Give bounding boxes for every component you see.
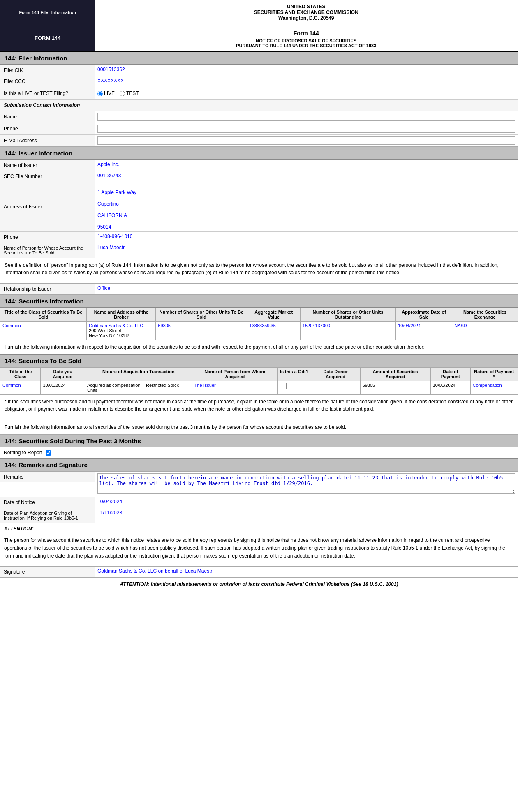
sold-col-date-pay: Date of Payment — [430, 368, 470, 381]
address-line2[interactable]: Cupertino — [97, 201, 119, 207]
sold-row-nature: Acquired as compensation -- Restricted S… — [85, 381, 192, 395]
filing-type-value: LIVE TEST — [95, 87, 518, 99]
filer-cik-link[interactable]: 0001513362 — [97, 67, 125, 72]
col-aggregate-header: Aggregate Market Value — [247, 308, 300, 322]
sold-class-link[interactable]: Common — [2, 383, 21, 388]
col-exchange-header: Name the Securities Exchange — [452, 308, 518, 322]
issuer-section: Name of Issuer Apple Inc. SEC File Numbe… — [0, 160, 518, 258]
remarks-value: The sales of shares set forth herein are… — [95, 472, 518, 497]
phone-label: Phone — [0, 123, 95, 134]
row-outstanding: 15204137000 — [300, 322, 395, 340]
relationship-label: Relationship to Issuer — [0, 284, 95, 294]
remarks-section: Remarks The sales of shares set forth he… — [0, 471, 518, 523]
form144-main-label: FORM 144 — [5, 35, 91, 41]
date-notice-label: Date of Notice — [0, 497, 95, 508]
sec-file-link[interactable]: 001-36743 — [97, 173, 121, 178]
live-radio[interactable] — [97, 91, 103, 96]
signature-section: Signature Goldman Sachs & Co. LLC on beh… — [0, 566, 518, 578]
email-label: E-Mail Address — [0, 135, 95, 146]
phone-row: Phone — [0, 123, 518, 135]
securities-sold-table: Title of the Class Date you Acquired Nat… — [0, 367, 518, 395]
sold-row-person: The Issuer — [192, 381, 278, 395]
sold-col-amount: Amount of Securities Acquired — [360, 368, 430, 381]
row-aggregate-link[interactable]: 13383359.35 — [250, 323, 276, 328]
row-title-link[interactable]: Common — [2, 323, 21, 328]
form-title-cell: Form 144 NOTICE OF PROPOSED SALE OF SECU… — [95, 24, 518, 52]
issuer-name-value: Apple Inc. — [95, 160, 518, 171]
remarks-section-header: 144: Remarks and Signature — [0, 458, 518, 471]
date-notice-link[interactable]: 10/04/2024 — [97, 499, 122, 504]
signature-link[interactable]: Goldman Sachs & Co. LLC on behalf of Luc… — [97, 568, 213, 574]
row-date-sale-link[interactable]: 10/04/2024 — [398, 323, 421, 328]
filing-type-row: Is this a LIVE or TEST Filing? LIVE TEST — [0, 87, 518, 100]
date-notice-value: 10/04/2024 — [95, 497, 518, 508]
date-plan-value: 11/11/2023 — [95, 508, 518, 523]
filer-cik-label: Filer CIK — [0, 65, 95, 76]
gift-checkbox[interactable] — [280, 383, 287, 389]
nothing-report-checkbox[interactable] — [46, 450, 51, 456]
sold-row-date-pay: 10/01/2024 — [430, 381, 470, 395]
issuer-name-label: Name of Issuer — [0, 160, 95, 171]
issuer-phone-row: Phone 1-408-996-1010 — [0, 232, 518, 243]
email-input[interactable] — [97, 136, 515, 145]
issuer-phone-link[interactable]: 1-408-996-1010 — [97, 234, 132, 239]
live-radio-label[interactable]: LIVE — [97, 90, 115, 96]
sec-file-row: SEC File Number 001-36743 — [0, 171, 518, 182]
live-test-radio-group: LIVE TEST — [97, 89, 515, 98]
sold-col-date-acq: Date you Acquired — [41, 368, 85, 381]
sold-row-nature-pay: Compensation — [470, 381, 518, 395]
relationship-section: Relationship to Issuer Officer — [0, 283, 518, 295]
date-plan-link[interactable]: 11/11/2023 — [97, 510, 122, 516]
test-radio-label[interactable]: TEST — [120, 90, 139, 96]
person-value: Luca Maestri — [95, 243, 518, 258]
nothing-report-row: Nothing to Report — [0, 447, 518, 458]
agency-line1: UNITED STATES — [98, 4, 515, 9]
address-line1[interactable]: 1 Apple Park Way — [97, 190, 136, 195]
person-link[interactable]: Luca Maestri — [97, 245, 126, 250]
filer-ccc-value: XXXXXXXX — [95, 76, 518, 87]
sold-col-donor-date: Date Donor Acquired — [311, 368, 360, 381]
test-radio[interactable] — [120, 91, 125, 96]
row-exchange: NASD — [452, 322, 518, 340]
remarks-textarea[interactable]: The sales of shares set forth herein are… — [97, 473, 515, 494]
address-line4[interactable]: 95014 — [97, 224, 111, 230]
filer-cik-row: Filer CIK 0001513362 — [0, 65, 518, 76]
name-input[interactable] — [97, 113, 515, 121]
sold-person-link[interactable]: The Issuer — [194, 383, 216, 388]
issuer-para-text: See the definition of "person" in paragr… — [0, 258, 518, 280]
row-broker-addr1: 200 West Street — [89, 328, 121, 333]
row-date-sale: 10/04/2024 — [396, 322, 452, 340]
row-shares: 59305 — [156, 322, 247, 340]
issuer-name-row: Name of Issuer Apple Inc. — [0, 160, 518, 171]
sold-col-person: Name of Person from Whom Acquired — [192, 368, 278, 381]
issuer-name-link[interactable]: Apple Inc. — [97, 162, 119, 167]
row-shares-link[interactable]: 59305 — [158, 323, 171, 328]
relationship-link[interactable]: Officer — [97, 285, 112, 291]
date-plan-row: Date of Plan Adoption or Giving of Instr… — [0, 508, 518, 523]
phone-input[interactable] — [97, 125, 515, 133]
row-broker-name[interactable]: Goldman Sachs & Co. LLC — [89, 323, 143, 328]
header-left-cell: Form 144 Filer Information — [0, 0, 95, 25]
securities-sold-header: 144: Securities To Be Sold — [0, 354, 518, 367]
live-label: LIVE — [104, 90, 115, 96]
sold-nature-pay-link[interactable]: Compensation — [473, 383, 502, 388]
row-outstanding-link[interactable]: 15204137000 — [303, 323, 330, 328]
row-exchange-link[interactable]: NASD — [454, 323, 467, 328]
filer-section: Filer CIK 0001513362 Filer CCC XXXXXXXX … — [0, 65, 518, 147]
form144-label-cell: FORM 144 — [0, 24, 95, 52]
col-title-header: Title of the Class of Securities To Be S… — [0, 308, 87, 322]
sold-para-below: Furnish the following information as to … — [0, 420, 518, 435]
address-line3[interactable]: CALIFORNIA — [97, 213, 127, 218]
row-aggregate: 13383359.35 — [247, 322, 300, 340]
sold-row-donor-date — [311, 381, 360, 395]
row-broker-addr2: New York NY 10282 — [89, 333, 129, 338]
attention-label: ATTENTION: — [0, 523, 518, 534]
sold-col-nature-pay: Nature of Payment * — [470, 368, 518, 381]
sold-col-class: Title of the Class — [0, 368, 41, 381]
issuer-phone-value: 1-408-996-1010 — [95, 232, 518, 243]
sold-row: Common 10/01/2024 Acquired as compensati… — [0, 381, 518, 395]
filer-ccc-link[interactable]: XXXXXXXX — [97, 78, 124, 83]
signature-label: Signature — [0, 567, 95, 577]
nothing-report-label: Nothing to Report — [4, 450, 42, 456]
sec-file-label: SEC File Number — [0, 171, 95, 182]
